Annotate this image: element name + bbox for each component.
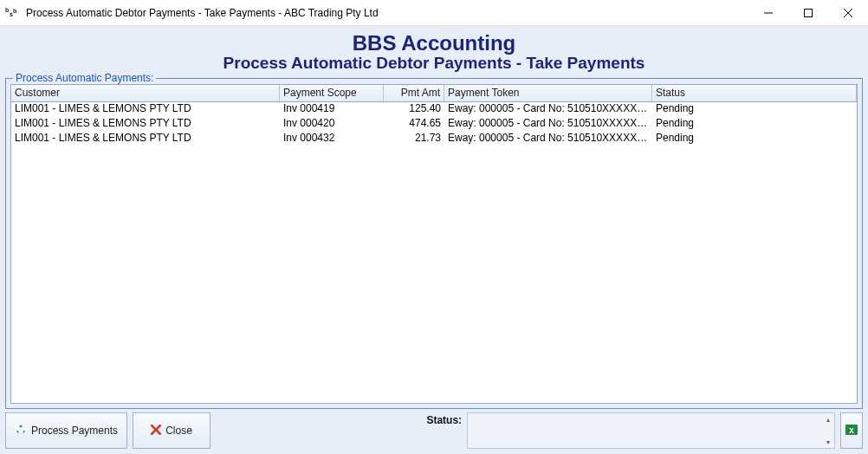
grid-body: LIM001 - LIMES & LEMONS PTY LTD Inv 0004…: [11, 102, 857, 403]
cell-token: Eway: 000005 - Card No: 510510XXXXXX5...: [444, 102, 652, 117]
cell-amount: 21.73: [384, 132, 444, 146]
status-textbox[interactable]: ▴ ▾: [467, 412, 835, 449]
close-icon: [151, 425, 161, 438]
recycle-icon: [15, 424, 27, 438]
minimize-button[interactable]: [748, 0, 788, 26]
table-row[interactable]: LIM001 - LIMES & LEMONS PTY LTD Inv 0004…: [11, 102, 857, 117]
cell-status: Pending: [652, 102, 857, 117]
col-header-customer[interactable]: Customer: [11, 85, 280, 101]
status-label: Status:: [216, 412, 467, 426]
cell-token: Eway: 000005 - Card No: 510510XXXXXX5...: [444, 117, 652, 132]
col-header-status[interactable]: Status: [652, 85, 857, 101]
cell-customer: LIM001 - LIMES & LEMONS PTY LTD: [11, 117, 280, 132]
svg-text:x: x: [849, 425, 854, 435]
scroll-up-icon[interactable]: ▴: [823, 414, 833, 425]
process-payments-label: Process Payments: [31, 425, 118, 437]
app-icon: b s b: [5, 6, 19, 20]
payments-grid[interactable]: Customer Payment Scope Pmt Amt Payment T…: [10, 84, 858, 404]
svg-rect-4: [805, 9, 813, 16]
cell-scope: Inv 000419: [280, 102, 384, 117]
page-title: Process Automatic Debtor Payments - Take…: [5, 54, 863, 73]
cell-token: Eway: 000005 - Card No: 510510XXXXXX5...: [444, 132, 652, 146]
svg-text:b: b: [13, 8, 16, 14]
footer: Process Payments Close Status: ▴ ▾ x: [5, 412, 863, 449]
close-window-button[interactable]: [828, 0, 868, 26]
cell-scope: Inv 000432: [280, 132, 384, 146]
window-title: Process Automatic Debtor Payments - Take…: [24, 7, 748, 19]
cell-customer: LIM001 - LIMES & LEMONS PTY LTD: [11, 132, 280, 146]
payments-groupbox: Process Automatic Payments: Customer Pay…: [5, 78, 863, 409]
table-row[interactable]: LIM001 - LIMES & LEMONS PTY LTD Inv 0004…: [11, 117, 857, 132]
excel-icon: x: [845, 423, 858, 439]
cell-scope: Inv 000420: [280, 117, 384, 132]
cell-amount: 125.40: [384, 102, 444, 117]
cell-amount: 474.65: [384, 117, 444, 132]
titlebar: b s b Process Automatic Debtor Payments …: [0, 0, 868, 26]
status-area: Status: ▴ ▾: [216, 412, 835, 449]
export-excel-button[interactable]: x: [840, 412, 863, 449]
cell-customer: LIM001 - LIMES & LEMONS PTY LTD: [11, 102, 280, 117]
cell-status: Pending: [652, 132, 857, 146]
app-title: BBS Accounting: [5, 33, 863, 54]
grid-header: Customer Payment Scope Pmt Amt Payment T…: [11, 85, 857, 102]
scroll-down-icon[interactable]: ▾: [823, 437, 833, 447]
maximize-button[interactable]: [788, 0, 828, 26]
client-area: BBS Accounting Process Automatic Debtor …: [0, 26, 868, 454]
groupbox-legend: Process Automatic Payments:: [13, 72, 156, 84]
table-row[interactable]: LIM001 - LIMES & LEMONS PTY LTD Inv 0004…: [11, 132, 857, 146]
col-header-scope[interactable]: Payment Scope: [280, 85, 384, 101]
col-header-token[interactable]: Payment Token: [444, 85, 652, 101]
cell-status: Pending: [652, 117, 857, 132]
process-payments-button[interactable]: Process Payments: [5, 412, 127, 449]
close-label: Close: [165, 425, 192, 437]
col-header-amount[interactable]: Pmt Amt: [384, 85, 444, 101]
close-button[interactable]: Close: [133, 412, 211, 449]
svg-text:b: b: [5, 7, 9, 13]
